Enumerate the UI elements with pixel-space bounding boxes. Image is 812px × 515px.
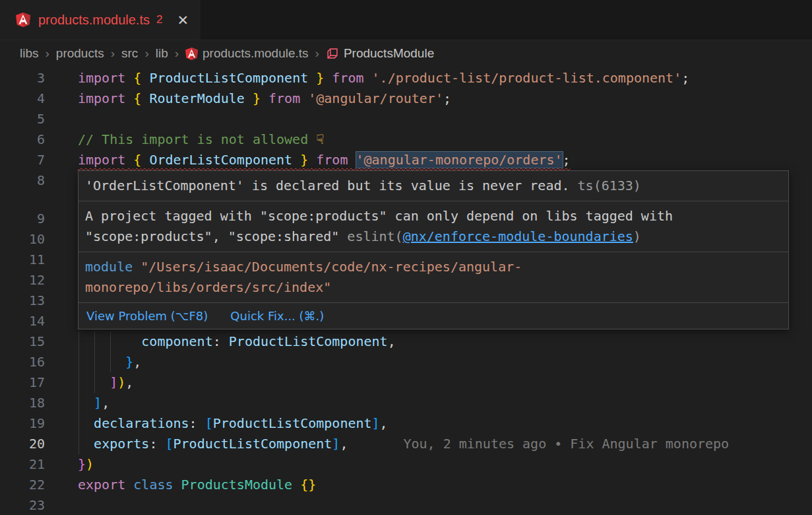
breadcrumb-item-productsmodule[interactable]: ProductsModule (326, 46, 434, 61)
line-number[interactable]: 12 (0, 270, 45, 291)
breadcrumb-separator-icon: › (175, 46, 179, 61)
indent-guide (94, 331, 95, 352)
breadcrumb-item-lib[interactable]: lib (156, 46, 168, 61)
angular-icon (185, 47, 198, 61)
breadcrumb-item-src[interactable]: src (121, 46, 138, 61)
line-content[interactable]: import { ProductListComponent } from './… (78, 68, 812, 88)
breadcrumb-separator-icon: › (46, 46, 49, 61)
line-content[interactable] (78, 109, 812, 129)
code-line[interactable]: 21}) (0, 454, 812, 475)
line-number[interactable]: 19 (0, 413, 45, 434)
line-content[interactable]: export class ProductsModule {} (78, 475, 812, 495)
hover-module-path: module "/Users/isaac/Documents/code/nx-r… (78, 252, 788, 303)
code-line[interactable]: 7import { OrderListComponent } from '@an… (0, 150, 812, 170)
tab-products-module[interactable]: products.module.ts 2 ✕ (0, 0, 201, 40)
ts-diagnostic-code: ts(6133) (570, 178, 641, 193)
breadcrumb-separator-icon: › (111, 46, 115, 61)
close-icon[interactable]: ✕ (177, 13, 189, 27)
line-content[interactable]: exports: [ProductListComponent],You, 2 m… (78, 434, 812, 454)
line-content[interactable]: declarations: [ProductListComponent], (78, 413, 812, 434)
indent-guide (110, 352, 111, 372)
breadcrumb-item-libs[interactable]: libs (20, 46, 39, 61)
tab-bar: products.module.ts 2 ✕ (0, 0, 812, 40)
indent-guide (110, 331, 111, 352)
line-number[interactable]: 22 (0, 475, 45, 495)
line-number[interactable]: 14 (0, 311, 45, 331)
class-icon (326, 47, 339, 60)
line-content[interactable]: import { RouterModule } from '@angular/r… (78, 88, 812, 109)
line-number[interactable]: 21 (0, 454, 45, 475)
breadcrumb-separator-icon: › (315, 46, 319, 61)
code-line[interactable]: 18 ], (0, 393, 812, 413)
line-number[interactable]: 4 (0, 88, 45, 109)
line-number[interactable]: 3 (0, 68, 45, 88)
code-line[interactable]: 19 declarations: [ProductListComponent], (0, 413, 812, 434)
line-number[interactable]: 11 (0, 250, 45, 270)
indent-guide (78, 331, 79, 352)
breadcrumb-item-products-module-ts[interactable]: products.module.ts (185, 46, 309, 61)
line-number[interactable]: 16 (0, 352, 45, 372)
code-line[interactable]: 15 component: ProductListComponent, (0, 331, 812, 352)
line-number[interactable]: 20 (0, 434, 45, 454)
code-line[interactable]: 3import { ProductListComponent } from '.… (0, 68, 812, 88)
view-problem-action[interactable]: View Problem (⌥F8) (86, 306, 208, 326)
indent-guide (78, 372, 79, 393)
line-number[interactable]: 18 (0, 393, 45, 413)
line-number[interactable]: 8 (0, 170, 45, 191)
breadcrumb: libs›products›src›lib›products.module.ts… (0, 40, 812, 67)
ts-diagnostic-text: 'OrderListComponent' is declared but its… (85, 178, 570, 193)
line-number[interactable]: 23 (0, 495, 45, 515)
line-number[interactable]: 10 (0, 229, 45, 250)
indent-guide (94, 372, 95, 393)
line-content[interactable]: }, (78, 352, 812, 372)
hover-ts-message: 'OrderListComponent' is declared but its… (78, 171, 788, 201)
code-line[interactable]: 16 }, (0, 352, 812, 372)
code-line[interactable]: 17 ]), (0, 372, 812, 393)
indent-guide (78, 413, 79, 434)
indent-guide (78, 434, 79, 454)
line-number[interactable]: 13 (0, 291, 45, 311)
indent-guide (94, 352, 95, 372)
indent-guide (78, 352, 79, 372)
line-number[interactable]: 9 (0, 209, 45, 229)
line-number[interactable]: 6 (0, 129, 45, 150)
line-content[interactable]: }) (78, 454, 812, 475)
code-line[interactable]: 4import { RouterModule } from '@angular/… (0, 88, 812, 109)
code-line[interactable]: 6// This import is not allowed ☟ (0, 129, 812, 150)
angular-icon (16, 12, 30, 28)
line-number[interactable]: 15 (0, 331, 45, 352)
hover-actions: View Problem (⌥F8) Quick Fix... (⌘.) (78, 303, 788, 329)
git-blame-annotation: You, 2 minutes ago • Fix Angular monorep… (403, 436, 729, 452)
code-line[interactable]: 23 (0, 495, 812, 515)
eslint-rule-link[interactable]: @nx/enforce-module-boundaries (403, 228, 633, 244)
line-number[interactable]: 7 (0, 150, 45, 170)
error-squiggle: import { OrderListComponent } from '@ang… (78, 152, 571, 168)
code-line[interactable]: 20 exports: [ProductListComponent],You, … (0, 434, 812, 454)
breadcrumb-separator-icon: › (144, 46, 148, 61)
code-line[interactable]: 5 (0, 109, 812, 129)
line-number[interactable]: 5 (0, 109, 45, 129)
hover-popup: 'OrderListComponent' is declared but its… (78, 170, 789, 329)
quick-fix-action[interactable]: Quick Fix... (⌘.) (230, 306, 324, 326)
hover-eslint-message: A project tagged with "scope:products" c… (78, 201, 788, 252)
line-content[interactable]: // This import is not allowed ☟ (78, 129, 812, 150)
line-content[interactable]: ], (78, 393, 812, 413)
line-content[interactable] (78, 495, 812, 515)
line-content[interactable]: component: ProductListComponent, (78, 331, 812, 352)
line-content[interactable]: ]), (78, 372, 812, 393)
tab-title: products.module.ts (38, 13, 150, 28)
line-number[interactable]: 17 (0, 372, 45, 393)
code-line[interactable]: 22export class ProductsModule {} (0, 475, 812, 495)
tab-problems-badge: 2 (156, 13, 162, 26)
line-content[interactable]: import { OrderListComponent } from '@ang… (78, 150, 812, 170)
breadcrumb-item-products[interactable]: products (56, 46, 104, 61)
indent-guide (78, 393, 79, 413)
